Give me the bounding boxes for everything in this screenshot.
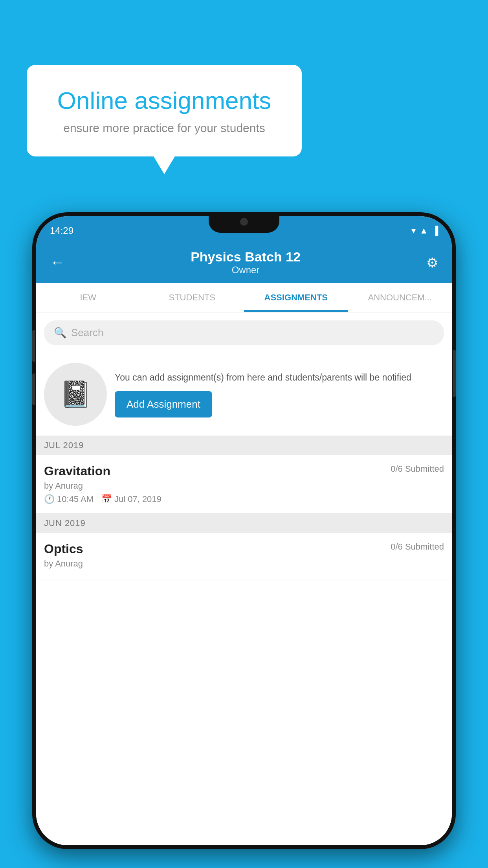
- promo-right: You can add assignment(s) from here and …: [115, 371, 444, 417]
- tabs-container: IEW STUDENTS ASSIGNMENTS ANNOUNCEM...: [36, 283, 452, 313]
- settings-button[interactable]: ⚙: [426, 255, 438, 270]
- promo-text: You can add assignment(s) from here and …: [115, 371, 444, 384]
- tab-iew-label: IEW: [80, 292, 96, 303]
- app-header: ← Physics Batch 12 Owner ⚙: [36, 242, 452, 283]
- assignment-submitted-optics: 0/6 Submitted: [391, 542, 444, 552]
- promo-section: 📓 You can add assignment(s) from here an…: [36, 353, 452, 436]
- tab-assignments-label: ASSIGNMENTS: [264, 292, 328, 303]
- header-subtitle: Owner: [191, 265, 301, 276]
- screen-content: 🔍 Search 📓 You can add assignment(s) fro…: [36, 313, 452, 845]
- assignment-time-gravitation: 🕐 10:45 AM: [44, 494, 94, 504]
- clock-icon-gravitation: 🕐: [44, 494, 55, 504]
- tab-iew[interactable]: IEW: [36, 283, 140, 312]
- signal-icon: ▲: [420, 226, 428, 236]
- status-time: 14:29: [50, 225, 73, 236]
- volume-down-button[interactable]: [32, 373, 35, 405]
- month-divider-jun: JUN 2019: [36, 513, 452, 533]
- assignment-name-gravitation: Gravitation: [44, 464, 110, 478]
- month-divider-jul: JUL 2019: [36, 436, 452, 455]
- notebook-icon: 📓: [60, 379, 92, 409]
- battery-icon: ▐: [432, 226, 438, 236]
- assignment-top-optics: Optics 0/6 Submitted: [44, 542, 444, 556]
- wifi-icon: ▾: [411, 226, 416, 236]
- speech-bubble-subtitle: ensure more practice for your students: [50, 121, 278, 135]
- assignment-date-gravitation: 📅 Jul 07, 2019: [101, 494, 161, 504]
- header-title: Physics Batch 12: [191, 249, 301, 265]
- assignment-time-value-gravitation: 10:45 AM: [57, 494, 94, 504]
- notch: [209, 212, 279, 233]
- assignment-by-gravitation: by Anurag: [44, 481, 444, 491]
- calendar-icon-gravitation: 📅: [101, 494, 112, 504]
- search-icon: 🔍: [54, 327, 66, 339]
- assignment-top-gravitation: Gravitation 0/6 Submitted: [44, 464, 444, 478]
- assignment-item-optics[interactable]: Optics 0/6 Submitted by Anurag: [36, 533, 452, 581]
- search-input[interactable]: Search: [71, 327, 103, 339]
- assignment-name-optics: Optics: [44, 542, 83, 556]
- tab-announcements[interactable]: ANNOUNCEM...: [348, 283, 452, 312]
- phone-frame: 14:29 ▾ ▲ ▐ ← Physics Batch 12 Owner ⚙ I…: [32, 212, 456, 849]
- back-button[interactable]: ←: [50, 254, 65, 271]
- assignment-by-optics: by Anurag: [44, 559, 444, 569]
- assignment-submitted-gravitation: 0/6 Submitted: [391, 464, 444, 474]
- tab-students-label: STUDENTS: [169, 292, 215, 303]
- assignment-meta-gravitation: 🕐 10:45 AM 📅 Jul 07, 2019: [44, 494, 444, 504]
- header-center: Physics Batch 12 Owner: [191, 249, 301, 276]
- speech-bubble-container: Online assignments ensure more practice …: [27, 65, 302, 156]
- volume-up-button[interactable]: [32, 330, 35, 362]
- assignment-date-value-gravitation: Jul 07, 2019: [114, 494, 161, 504]
- search-bar[interactable]: 🔍 Search: [44, 320, 444, 345]
- camera-dot: [240, 218, 248, 226]
- status-icons: ▾ ▲ ▐: [411, 226, 438, 236]
- add-assignment-button[interactable]: Add Assignment: [115, 391, 212, 417]
- speech-bubble-title: Online assignments: [50, 86, 278, 114]
- assignment-item-gravitation[interactable]: Gravitation 0/6 Submitted by Anurag 🕐 10…: [36, 455, 452, 513]
- tab-assignments[interactable]: ASSIGNMENTS: [244, 283, 348, 312]
- month-label-jul: JUL 2019: [44, 440, 84, 450]
- power-button[interactable]: [453, 350, 456, 397]
- phone-screen: 14:29 ▾ ▲ ▐ ← Physics Batch 12 Owner ⚙ I…: [36, 216, 452, 845]
- tab-announcements-label: ANNOUNCEM...: [368, 292, 432, 303]
- speech-bubble: Online assignments ensure more practice …: [27, 65, 302, 156]
- promo-icon-circle: 📓: [44, 363, 107, 426]
- tab-students[interactable]: STUDENTS: [140, 283, 244, 312]
- month-label-jun: JUN 2019: [44, 518, 86, 528]
